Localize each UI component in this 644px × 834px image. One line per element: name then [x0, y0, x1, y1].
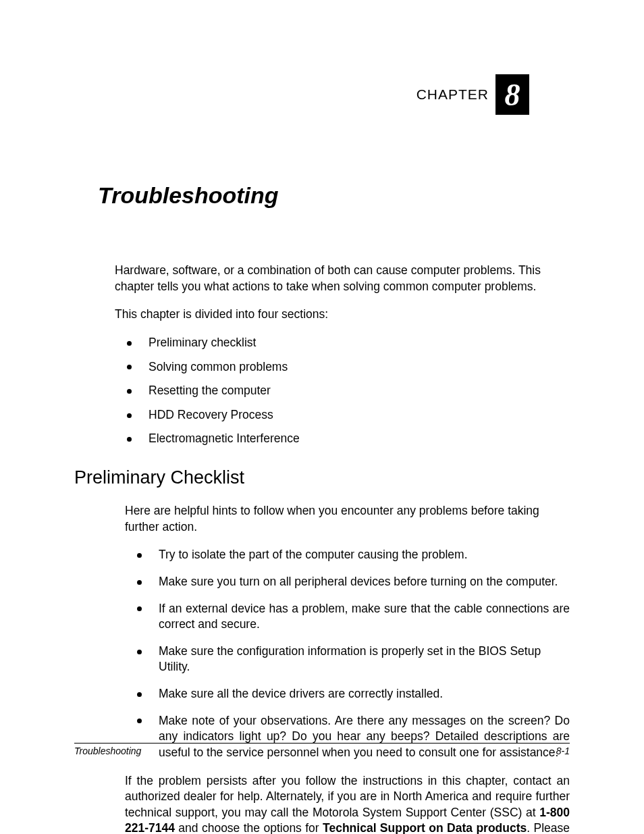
list-item: Try to isolate the part of the computer … [125, 547, 570, 563]
chapter-number-box: 8 [495, 74, 529, 115]
closing-bold2: Technical Support on Data products [323, 821, 527, 834]
list-item: Make sure the configuration information … [125, 644, 570, 675]
footer-left: Troubleshooting [74, 746, 141, 756]
intro-block: Hardware, software, or a combination of … [115, 263, 570, 447]
list-item: Make sure you turn on all peripheral dev… [125, 574, 570, 590]
footer-right: 8-1 [556, 746, 570, 756]
intro-paragraph-2: This chapter is divided into four sectio… [115, 307, 570, 323]
list-item: Resetting the computer [115, 383, 570, 399]
section-heading-preliminary: Preliminary Checklist [74, 467, 570, 488]
closing-pre: If the problem persists after you follow… [125, 774, 570, 819]
list-item: Electromagnetic Interference [115, 431, 570, 447]
sections-list: Preliminary checklist Solving common pro… [115, 335, 570, 447]
preliminary-body: Here are helpful hints to follow when yo… [125, 503, 570, 834]
intro-paragraph-1: Hardware, software, or a combination of … [115, 263, 570, 294]
preliminary-closing: If the problem persists after you follow… [125, 773, 570, 835]
preliminary-items: Try to isolate the part of the computer … [125, 547, 570, 760]
list-item: Preliminary checklist [115, 335, 570, 351]
page-footer: Troubleshooting 8-1 [74, 743, 570, 756]
preliminary-lead: Here are helpful hints to follow when yo… [125, 503, 570, 535]
chapter-title: Troubleshooting [98, 182, 570, 209]
document-page: CHAPTER 8 Troubleshooting Hardware, soft… [0, 0, 644, 834]
chapter-label: CHAPTER [417, 86, 489, 103]
list-item: HDD Recovery Process [115, 407, 570, 423]
chapter-header: CHAPTER 8 [74, 74, 529, 115]
list-item: Solving common problems [115, 359, 570, 375]
closing-mid: and choose the options for [175, 821, 323, 834]
list-item: Make sure all the device drivers are cor… [125, 686, 570, 702]
list-item: If an external device has a problem, mak… [125, 601, 570, 633]
